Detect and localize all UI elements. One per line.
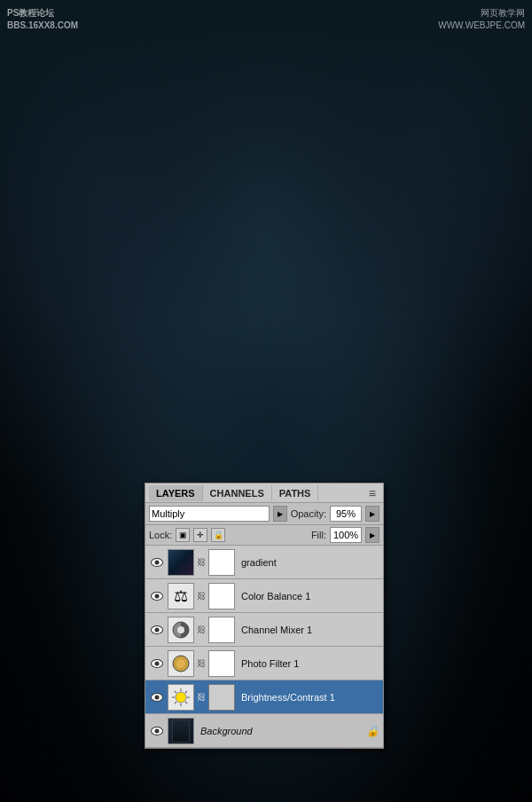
svg-line-12 (185, 690, 187, 692)
layer-mask-brightness (208, 684, 235, 711)
layer-thumb-background (168, 718, 194, 744)
svg-point-4 (176, 692, 186, 703)
layer-eye-channel-mixer[interactable] (149, 622, 165, 638)
layer-row-photo-filter[interactable]: ⛓ Photo Filter 1 (145, 647, 383, 680)
layer-name-brightness: Brightness/Contrast 1 (238, 692, 379, 703)
layer-name-color-balance: Color Balance 1 (238, 591, 379, 602)
layers-panel: LAYERS CHANNELS PATHS ≡ Multiply Normal … (145, 483, 384, 749)
layer-thumb-photo-filter (168, 650, 194, 677)
fill-label: Fill: (311, 530, 326, 540)
layer-row-gradient[interactable]: ⛓ gradient (145, 546, 383, 579)
lock-all-icon[interactable]: 🔒 (211, 528, 225, 542)
lock-label: Lock: (149, 530, 172, 540)
eye-icon-photo-filter (151, 659, 163, 668)
layer-eye-brightness[interactable] (149, 689, 165, 705)
lock-position-icon[interactable]: ✛ (193, 528, 207, 542)
fill-arrow[interactable]: ▶ (365, 527, 379, 543)
layer-link-brightness: ⛓ (197, 689, 206, 705)
blend-mode-arrow[interactable]: ▶ (273, 506, 287, 522)
panel-tabs: LAYERS CHANNELS PATHS ≡ (145, 484, 383, 503)
layer-name-gradient: gradient (238, 557, 379, 568)
tab-layers[interactable]: LAYERS (149, 485, 203, 501)
layer-row-channel-mixer[interactable]: ⛓ Channel Mixer 1 (145, 613, 383, 647)
layers-list: ⛓ gradient ⚖ ⛓ Color Balance 1 (145, 546, 383, 748)
opacity-arrow[interactable]: ▶ (365, 506, 379, 522)
layer-row-background[interactable]: Background 🔒 (145, 714, 383, 748)
layer-row-color-balance[interactable]: ⚖ ⛓ Color Balance 1 (145, 579, 383, 613)
eye-icon-brightness (151, 693, 163, 702)
layer-eye-gradient[interactable] (149, 554, 165, 570)
eye-icon-background (151, 727, 163, 735)
layer-eye-color-balance[interactable] (149, 588, 165, 604)
layer-mask-channel-mixer (208, 617, 235, 643)
layer-thumb-channel-mixer (168, 617, 194, 643)
layer-eye-background[interactable] (149, 723, 165, 739)
svg-line-10 (185, 701, 187, 703)
layer-name-photo-filter: Photo Filter 1 (238, 658, 379, 669)
layer-mask-color-balance (208, 583, 235, 609)
eye-icon-color-balance (151, 592, 163, 601)
eye-icon-channel-mixer (151, 625, 163, 634)
eye-icon-gradient (151, 558, 163, 567)
layer-link-color-balance: ⛓ (197, 588, 206, 604)
blend-mode-row: Multiply Normal Screen ▶ Opacity: ▶ (145, 503, 383, 525)
layer-thumb-brightness (168, 684, 194, 711)
panel-menu-button[interactable]: ≡ (365, 486, 379, 500)
layer-mask-photo-filter (208, 650, 235, 677)
fill-input[interactable] (330, 527, 362, 543)
opacity-label: Opacity: (291, 508, 326, 519)
layer-link-photo-filter: ⛓ (197, 656, 206, 672)
layer-name-channel-mixer: Channel Mixer 1 (238, 625, 379, 635)
layer-name-background: Background (197, 726, 364, 736)
lock-pixels-icon[interactable]: ▣ (176, 528, 190, 542)
layer-thumb-color-balance: ⚖ (168, 583, 194, 609)
svg-line-11 (175, 701, 176, 703)
layer-mask-gradient (208, 549, 235, 576)
lock-row: Lock: ▣ ✛ 🔒 Fill: ▶ (145, 525, 383, 546)
layer-link-gradient: ⛓ (197, 554, 206, 570)
layer-link-channel-mixer: ⛓ (197, 622, 206, 638)
opacity-input[interactable] (330, 506, 362, 522)
layer-lock-icon: 🔒 (366, 725, 379, 737)
tab-channels[interactable]: CHANNELS (203, 485, 272, 501)
svg-line-9 (175, 690, 176, 692)
svg-point-3 (176, 659, 185, 668)
layer-thumb-gradient (168, 549, 194, 576)
layer-eye-photo-filter[interactable] (149, 656, 165, 672)
watermark-right: 网页教学网 WWW.WEBJPE.COM (438, 7, 525, 32)
watermark-left: PS教程论坛 BBS.16XX8.COM (7, 7, 78, 32)
svg-point-1 (177, 626, 184, 633)
layer-row-brightness[interactable]: ⛓ Brightness/Contrast 1 (145, 680, 383, 714)
blend-mode-select[interactable]: Multiply Normal Screen (149, 506, 270, 522)
tab-paths[interactable]: PATHS (272, 485, 319, 501)
